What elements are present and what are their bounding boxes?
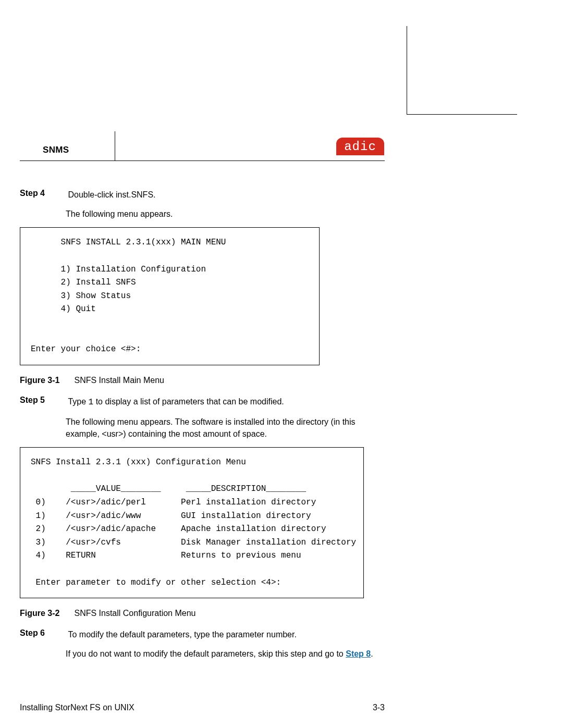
step-4-text: Double-click inst.SNFS. [68, 189, 155, 201]
figure-3-1-caption: SNFS Install Main Menu [74, 376, 164, 385]
step-6: Step 6 To modify the default parameters,… [20, 628, 385, 640]
code-config-menu: SNFS Install 2.3.1 (xxx) Configuration M… [20, 447, 364, 598]
step-5-text-code: 1 [89, 398, 94, 407]
page-header: SNMS [20, 137, 385, 163]
product-name: SNMS [43, 145, 69, 155]
step-5-text: Type 1 to display a list of parameters t… [68, 396, 284, 409]
step-5-text-suffix: to display a list of parameters that can… [93, 397, 284, 406]
step-4-label: Step 4 [20, 189, 66, 198]
step-4: Step 4 Double-click inst.SNFS. [20, 189, 385, 201]
footer-left: Installing StorNext FS on UNIX [20, 703, 134, 712]
page-content: Step 4 Double-click inst.SNFS. The follo… [20, 189, 385, 668]
step-5-label: Step 5 [20, 396, 66, 405]
figure-3-1: Figure 3-1 SNFS Install Main Menu [20, 376, 385, 385]
adic-logo: adic [336, 138, 384, 155]
step-6-label: Step 6 [20, 628, 66, 638]
figure-3-2-label: Figure 3-2 [20, 609, 72, 618]
footer-right: 3-3 [373, 703, 385, 712]
step-6-text: To modify the default parameters, type t… [68, 628, 296, 640]
figure-3-1-label: Figure 3-1 [20, 376, 72, 385]
step-6-follow-prefix: If you do not want to modify the default… [66, 649, 346, 658]
header-rule [20, 161, 385, 161]
step-5: Step 5 Type 1 to display a list of param… [20, 396, 385, 409]
adic-logo-text: adic [344, 140, 376, 154]
step-5-follow: The following menu appears. The software… [66, 416, 385, 440]
step-4-follow: The following menu appears. [66, 208, 385, 220]
code-main-menu: SNFS INSTALL 2.3.1(xxx) MAIN MENU 1) Ins… [20, 227, 320, 365]
step-6-follow-suffix: . [371, 649, 373, 658]
step-8-link[interactable]: Step 8 [346, 649, 371, 658]
step-6-follow: If you do not want to modify the default… [66, 648, 385, 660]
top-corner-rule [407, 26, 517, 115]
page-footer: Installing StorNext FS on UNIX 3-3 [20, 703, 385, 712]
step-5-text-prefix: Type [68, 397, 88, 406]
header-divider [115, 131, 115, 161]
figure-3-2-caption: SNFS Install Configuration Menu [74, 609, 195, 618]
figure-3-2: Figure 3-2 SNFS Install Configuration Me… [20, 609, 385, 618]
